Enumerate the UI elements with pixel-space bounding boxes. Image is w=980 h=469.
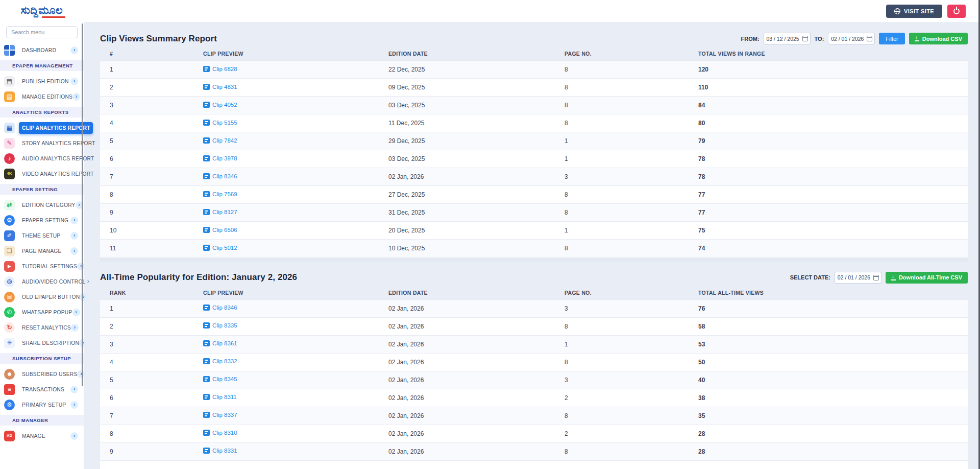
sidebar-item-label: PRIMARY SETUP: [22, 402, 66, 408]
sidebar-item-manage-editions[interactable]: MANAGE EDITIONS›: [0, 89, 84, 104]
sidebar-item-pill: STORY ANALYTICS REPORT: [19, 137, 98, 149]
sidebar-item-story-analytics-report[interactable]: STORY ANALYTICS REPORT: [0, 135, 84, 151]
search-menu-input[interactable]: [6, 26, 78, 38]
sidebar-item-edition-category[interactable]: EDITION CATEGORY›: [0, 197, 84, 213]
page-icon: [4, 246, 15, 256]
clip-link[interactable]: Clip 8127: [203, 209, 237, 215]
clip-link[interactable]: Clip 8361: [203, 340, 237, 346]
calendar-icon: [802, 36, 808, 41]
clip-link[interactable]: Clip 6506: [203, 227, 237, 233]
clip-link[interactable]: Clip 6828: [203, 66, 237, 72]
clip-link[interactable]: Clip 7842: [203, 137, 237, 144]
sidebar-item-primary-setup[interactable]: PRIMARY SETUP›: [0, 397, 84, 412]
row-index-cell: 7: [100, 168, 193, 186]
chevron-right-icon: ›: [80, 293, 87, 301]
column-header-clip-preview: CLIP PREVIEW: [193, 286, 379, 300]
visit-site-button[interactable]: VISIT SITE: [886, 5, 942, 18]
filter-button[interactable]: Filter: [879, 33, 904, 44]
clip-link[interactable]: Clip 4831: [203, 84, 237, 90]
clip-views-table-header: #CLIP PREVIEWEDITION DATEPAGE NO.TOTAL V…: [100, 46, 968, 61]
clip-icon: [203, 191, 210, 197]
sidebar-item-share-description[interactable]: SHARE DESCRIPTION›: [0, 335, 84, 350]
sidebar-item-whatsapp-popup[interactable]: WHATSAPP POPUP›: [0, 304, 84, 320]
download-alltime-csv-button[interactable]: Download All-Time CSV: [886, 272, 968, 284]
brand-logo[interactable]: ಸುದ್ದಿಮೂಲ: [0, 0, 84, 22]
edition-date-cell: 02 Jan, 2026: [379, 425, 555, 442]
clip-icon: [203, 358, 210, 364]
clip-preview-cell: Clip 5155: [193, 114, 379, 132]
sidebar-item-publish-edition[interactable]: PUBLISH EDITION›: [0, 74, 84, 89]
sidebar-item-dashboard[interactable]: DASHBOARD›: [0, 42, 84, 58]
sidebar-item-pill: PAGE MANAGE›: [19, 245, 81, 257]
top-bar: VISIT SITE: [0, 0, 980, 22]
edition-date-cell: 02 Jan, 2026: [379, 299, 555, 317]
sidebar-item-pill: SUBSCRIBED USERS›: [19, 368, 87, 380]
clip-link[interactable]: Clip 8346: [203, 304, 237, 311]
page-no-cell: 8: [555, 204, 689, 222]
clip-link[interactable]: Clip 3978: [203, 155, 237, 161]
clip-link[interactable]: Clip 8335: [203, 322, 237, 329]
table-row: 8Clip 831002 Jan, 2026228: [100, 425, 968, 442]
clip-link[interactable]: Clip 8346: [203, 173, 237, 179]
sidebar-item-tutorial-settings[interactable]: TUTORIAL SETTINGS›: [0, 259, 84, 274]
sidebar-item-epaper-setting[interactable]: EPAPER SETTING›: [0, 213, 84, 228]
sidebar-item-pill: RESET ANALYTICS›: [19, 322, 81, 334]
clip-preview-cell: Clip 8335: [193, 317, 379, 335]
page-no-cell: 8: [555, 186, 689, 204]
column-header-page-no: PAGE NO.: [555, 286, 689, 300]
transactions-icon: [4, 384, 15, 395]
clip-link-label: Clip 7569: [212, 191, 237, 197]
download-csv-button[interactable]: Download CSV: [909, 33, 968, 44]
clip-icon: [203, 304, 210, 311]
page-no-cell: 8: [555, 442, 689, 460]
clip-preview-cell: Clip 8127: [193, 204, 379, 222]
sidebar-item-transactions[interactable]: TRANSACTIONS›: [0, 382, 84, 397]
dashboard-icon: [4, 45, 15, 56]
total-views-cell: 28: [689, 425, 968, 442]
edition-date-cell: 03 Dec, 2025: [379, 150, 555, 168]
clip-icon: [203, 137, 210, 144]
clip-icon: [203, 227, 210, 233]
clip-preview-cell: Clip 8311: [193, 389, 379, 407]
logo-text: ಸುದ್ದಿಮೂಲ: [21, 5, 63, 15]
clip-link[interactable]: Clip 7569: [203, 191, 237, 197]
clip-link[interactable]: Clip 5012: [203, 245, 237, 251]
logout-power-button[interactable]: [947, 5, 966, 18]
sidebar-scrollbar[interactable]: [82, 24, 83, 386]
sidebar-section-subscription-setup: SUBSCRIPTION SETUP: [0, 353, 84, 364]
page-no-cell: 8: [555, 353, 689, 371]
sidebar-item-page-manage[interactable]: PAGE MANAGE›: [0, 243, 84, 259]
all-time-table: RANKCLIP PREVIEWEDITION DATEPAGE NO.TOTA…: [100, 286, 968, 469]
clip-link[interactable]: Clip 4052: [203, 102, 237, 108]
clip-link[interactable]: Clip 8331: [203, 448, 237, 454]
chevron-right-icon: ›: [70, 78, 78, 85]
sidebar-item-old-epaper-button[interactable]: OLD EPAPER BUTTON›: [0, 289, 84, 304]
clip-link-label: Clip 8331: [212, 448, 237, 454]
clip-icon: [203, 120, 210, 126]
clip-preview-cell: Clip 8310: [193, 425, 379, 442]
clip-link[interactable]: Clip 8310: [203, 430, 237, 436]
sidebar-item-theme-setup[interactable]: THEME SETUP›: [0, 228, 84, 243]
clip-icon: [203, 322, 210, 329]
sidebar-item-subscribed-users[interactable]: SUBSCRIBED USERS›: [0, 366, 84, 382]
sidebar-item-video-analytics-report[interactable]: VIDEO ANALYTICS REPORT: [0, 166, 84, 181]
clip-icon: [203, 430, 210, 436]
column-header-rank: RANK: [100, 286, 193, 300]
row-index-cell: 9: [100, 442, 193, 460]
sidebar-item-clip-analytics-report[interactable]: CLIP ANALYTICS REPORT: [0, 120, 84, 135]
clip-link[interactable]: Clip 8332: [203, 358, 237, 364]
clip-link[interactable]: Clip 5155: [203, 120, 237, 126]
clip-preview-cell: Clip 8346: [193, 168, 379, 186]
calendar-icon: [873, 275, 879, 280]
sidebar-item-manage[interactable]: MANAGE›: [0, 428, 84, 443]
row-index-cell: 3: [100, 335, 193, 353]
sidebar-item-reset-analytics[interactable]: RESET ANALYTICS›: [0, 320, 84, 335]
sidebar-item-audio-analytics-report[interactable]: AUDIO ANALYTICS REPORT: [0, 151, 84, 166]
clip-preview-cell: Clip 8337: [193, 407, 379, 425]
sidebar-item-audio-video-control[interactable]: AUDIO/VIDEO CONTROL›: [0, 274, 84, 289]
table-row: 5Clip 834502 Jan, 2026340: [100, 371, 968, 389]
clip-link[interactable]: Clip 8311: [203, 394, 237, 400]
clip-link[interactable]: Clip 8345: [203, 376, 237, 382]
clip-views-report-section: Clip Views Summary Report FROM: TO: Filt…: [100, 33, 968, 262]
clip-link[interactable]: Clip 8337: [203, 412, 237, 418]
